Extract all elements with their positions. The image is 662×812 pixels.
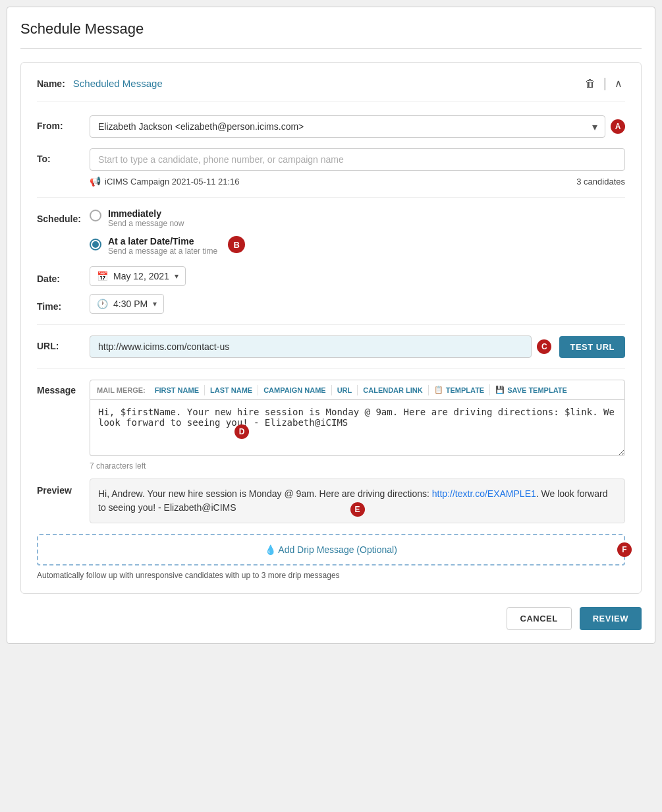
date-row: Date: 📅 May 12, 2021 ▾ xyxy=(37,266,625,286)
url-row: URL: C TEST URL xyxy=(37,335,625,358)
immediately-text: Immediately Send a message now xyxy=(108,208,184,228)
later-label: At a later Date/Time xyxy=(108,236,217,246)
badge-a: A xyxy=(611,119,625,134)
name-actions: 🗑 | ∧ xyxy=(582,76,625,91)
time-arrow-icon: ▾ xyxy=(153,299,157,308)
time-value: 4:30 PM xyxy=(113,299,148,309)
preview-content: Hi, Andrew. Your new hire session is Mon… xyxy=(90,478,625,523)
divider: | xyxy=(603,76,607,91)
preview-label: Preview xyxy=(37,478,90,496)
message-label: Message xyxy=(37,380,90,395)
test-url-button[interactable]: TEST URL xyxy=(559,336,625,358)
from-select[interactable]: Elizabeth Jackson <elizabeth@person.icim… xyxy=(90,115,605,138)
main-card: Name: Scheduled Message 🗑 | ∧ From: Eliz… xyxy=(20,62,642,594)
mail-merge-bar: MAIL MERGE: FIRST NAME LAST NAME CAMPAIG… xyxy=(90,380,625,400)
date-label: Date: xyxy=(37,268,90,284)
time-label: Time: xyxy=(37,296,90,312)
name-label: Name: xyxy=(37,78,65,89)
schedule-later-wrapper: At a later Date/Time Send a message at a… xyxy=(90,236,250,256)
merge-tag-url[interactable]: URL xyxy=(332,385,358,395)
delete-icon[interactable]: 🗑 xyxy=(582,76,598,91)
page-title: Schedule Message xyxy=(20,20,642,49)
save-template-icon: 💾 xyxy=(495,386,505,394)
char-count: 7 characters left xyxy=(90,461,625,471)
campaign-row: 📢 iCIMS Campaign 2021-05-11 21:16 3 cand… xyxy=(90,176,625,187)
immediately-sublabel: Send a message now xyxy=(108,219,184,228)
merge-tag-lastname[interactable]: LAST NAME xyxy=(205,385,258,395)
drip-icon: 💧 xyxy=(265,544,276,555)
url-input-row: C TEST URL xyxy=(90,335,625,358)
cancel-button[interactable]: CANCEL xyxy=(507,607,572,630)
to-label: To: xyxy=(37,148,90,164)
merge-tag-campaign[interactable]: CAMPAIGN NAME xyxy=(258,385,332,395)
review-button[interactable]: REVIEW xyxy=(580,607,642,630)
immediately-radio[interactable] xyxy=(90,210,101,221)
template-icon: 📋 xyxy=(434,386,443,394)
badge-b: B xyxy=(228,236,245,253)
mail-merge-label: MAIL MERGE: xyxy=(97,386,146,394)
footer-buttons: CANCEL REVIEW xyxy=(20,607,642,630)
merge-tag-template[interactable]: 📋 TEMPLATE xyxy=(429,384,490,395)
url-label: URL: xyxy=(37,335,90,351)
time-row: Time: 🕐 4:30 PM ▾ xyxy=(37,294,625,314)
drip-label: Add Drip Message (Optional) xyxy=(278,544,397,555)
badge-f: F xyxy=(617,542,632,557)
preview-link[interactable]: http://textr.co/EXAMPLE1 xyxy=(432,488,536,499)
time-select[interactable]: 🕐 4:30 PM ▾ xyxy=(90,294,164,314)
from-select-wrapper: Elizabeth Jackson <elizabeth@person.icim… xyxy=(90,115,605,138)
schedule-with-badge: Immediately Send a message now At a late… xyxy=(90,208,625,256)
campaign-name: 📢 iCIMS Campaign 2021-05-11 21:16 xyxy=(90,176,240,187)
separator-3 xyxy=(37,368,625,369)
badge-d: D xyxy=(234,424,249,439)
url-input[interactable] xyxy=(90,335,532,358)
to-row: To: 📢 iCIMS Campaign 2021-05-11 21:16 3 … xyxy=(37,148,625,187)
schedule-content: Immediately Send a message now At a late… xyxy=(90,208,625,256)
later-sublabel: Send a message at a later time xyxy=(108,246,217,256)
name-value: Scheduled Message xyxy=(73,78,163,89)
date-select[interactable]: 📅 May 12, 2021 ▾ xyxy=(90,266,186,286)
separator-1 xyxy=(37,197,625,198)
preview-row: Preview Hi, Andrew. Your new hire sessio… xyxy=(37,478,625,523)
schedule-options: Immediately Send a message now At a late… xyxy=(90,208,250,256)
schedule-row: Schedule: Immediately Send a message now xyxy=(37,208,625,256)
from-label: From: xyxy=(37,115,90,131)
from-row: From: Elizabeth Jackson <elizabeth@perso… xyxy=(37,115,625,138)
calendar-icon: 📅 xyxy=(97,271,108,281)
later-text: At a later Date/Time Send a message at a… xyxy=(108,236,217,256)
schedule-label: Schedule: xyxy=(37,208,90,224)
later-radio[interactable] xyxy=(90,239,101,250)
candidate-count: 3 candidates xyxy=(576,177,625,187)
page-container: Schedule Message Name: Scheduled Message… xyxy=(7,7,655,644)
drip-wrapper: 💧 Add Drip Message (Optional) F xyxy=(37,534,625,566)
date-value: May 12, 2021 xyxy=(113,271,169,281)
schedule-immediately[interactable]: Immediately Send a message now xyxy=(90,208,250,228)
campaign-label: iCIMS Campaign 2021-05-11 21:16 xyxy=(105,177,240,187)
drip-note-text: Automatically follow up with unresponsiv… xyxy=(37,571,340,580)
separator-2 xyxy=(37,324,625,325)
url-content: C TEST URL xyxy=(90,335,625,358)
date-arrow-icon: ▾ xyxy=(175,272,179,281)
textarea-wrapper: Hi, $firstName. Your new hire session is… xyxy=(90,400,625,459)
badge-e: E xyxy=(350,502,365,517)
collapse-icon[interactable]: ∧ xyxy=(612,76,625,91)
to-input[interactable] xyxy=(90,148,625,171)
merge-tag-firstname[interactable]: FIRST NAME xyxy=(150,385,205,395)
schedule-later-inner: At a later Date/Time Send a message at a… xyxy=(90,236,217,256)
url-input-wrapper: C xyxy=(90,335,551,358)
message-textarea[interactable]: Hi, $firstName. Your new hire session is… xyxy=(90,400,625,456)
preview-wrapper: Hi, Andrew. Your new hire session is Mon… xyxy=(90,478,625,523)
clock-icon: 🕐 xyxy=(97,299,108,309)
badge-c: C xyxy=(537,339,551,354)
name-row: Name: Scheduled Message 🗑 | ∧ xyxy=(37,76,625,102)
merge-tag-save-template[interactable]: 💾 SAVE TEMPLATE xyxy=(490,384,572,395)
to-field-content: 📢 iCIMS Campaign 2021-05-11 21:16 3 cand… xyxy=(90,148,625,187)
preview-text-before: Hi, Andrew. Your new hire session is Mon… xyxy=(98,488,432,499)
immediately-label: Immediately xyxy=(108,208,184,219)
from-input-wrapper: Elizabeth Jackson <elizabeth@person.icim… xyxy=(90,115,625,138)
drip-note: Automatically follow up with unresponsiv… xyxy=(37,571,625,580)
drip-button[interactable]: 💧 Add Drip Message (Optional) xyxy=(37,534,625,566)
message-content-area: MAIL MERGE: FIRST NAME LAST NAME CAMPAIG… xyxy=(90,380,625,471)
from-field-content: Elizabeth Jackson <elizabeth@person.icim… xyxy=(90,115,625,138)
merge-tag-calendar[interactable]: CALENDAR LINK xyxy=(358,385,428,395)
megaphone-icon: 📢 xyxy=(90,176,101,187)
